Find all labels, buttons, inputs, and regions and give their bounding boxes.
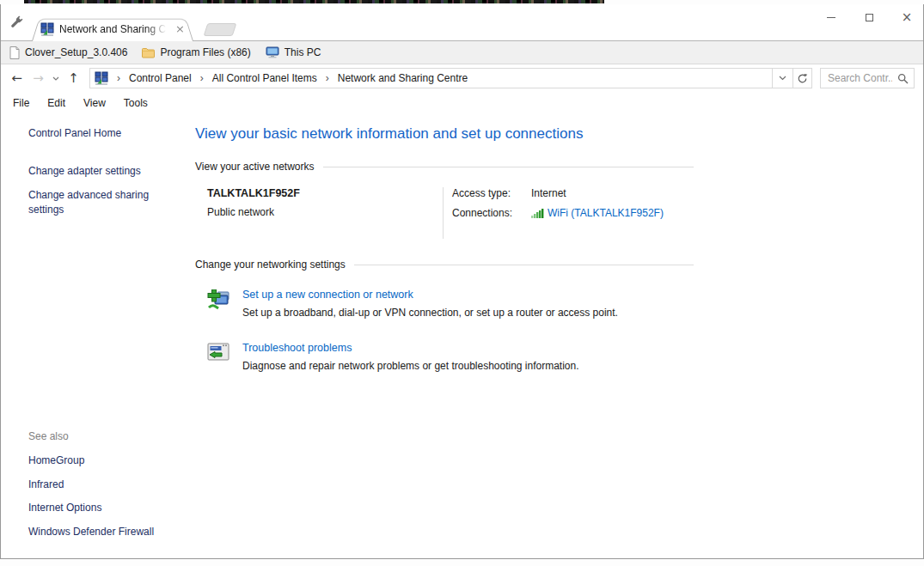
menu-file[interactable]: File [13, 97, 29, 109]
network-identity: TALKTALK1F952F Public network [207, 187, 443, 239]
connections-row: Connections: WiFi (TALKTALK1F952F) [452, 207, 664, 219]
bookmark-this-pc[interactable]: This PC [266, 46, 321, 58]
breadcrumb-separator: › [193, 72, 211, 84]
sidebar-internet-options[interactable]: Internet Options [28, 501, 157, 515]
up-button[interactable]: ↑ [63, 72, 84, 85]
section-rule [354, 265, 694, 265]
close-button[interactable]: × [901, 10, 913, 24]
sidebar-windows-defender-firewall[interactable]: Windows Defender Firewall [28, 525, 157, 539]
back-button[interactable]: ← [6, 72, 28, 85]
bookmark-label: Clover_Setup_3.0.406 [25, 46, 127, 58]
troubleshoot-link[interactable]: Troubleshoot problems [242, 342, 579, 354]
menu-tools[interactable]: Tools [124, 97, 148, 109]
breadcrumb-all-items[interactable]: All Control Panel Items [211, 72, 319, 84]
sidebar-change-adapter-settings[interactable]: Change adapter settings [28, 164, 157, 179]
active-network-row: TALKTALK1F952F Public network Access typ… [207, 187, 694, 239]
task-setup-connection: Set up a new connection or network Set u… [207, 289, 694, 319]
bookmark-label: This PC [285, 46, 321, 58]
section-rule [323, 167, 694, 167]
bookmark-program-files[interactable]: Program Files (x86) [142, 46, 250, 58]
breadcrumb-network-sharing[interactable]: Network and Sharing Centre [336, 72, 469, 84]
main-panel: View your basic network information and … [183, 113, 923, 558]
section-label: View your active networks [195, 161, 315, 173]
titlebar: Network and Sharing Centre × × [1, 4, 923, 40]
task-troubleshoot: Troubleshoot problems Diagnose and repai… [207, 342, 694, 372]
chevron-down-icon [779, 76, 786, 81]
screenshot-artifact-strip [24, 0, 604, 3]
forward-button[interactable]: → [28, 72, 49, 85]
menu-view[interactable]: View [83, 97, 106, 109]
connections-label: Connections: [452, 207, 531, 219]
access-type-row: Access type: Internet [452, 187, 664, 199]
bookmark-clover-setup[interactable]: Clover_Setup_3.0.406 [9, 46, 127, 59]
menu-edit[interactable]: Edit [47, 97, 65, 109]
tab-title: Network and Sharing Centre [59, 23, 168, 35]
setup-connection-link[interactable]: Set up a new connection or network [242, 289, 618, 301]
wifi-connection-link[interactable]: WiFi (TALKTALK1F952F) [531, 207, 664, 219]
search-box [820, 68, 915, 88]
sidebar-spacer [28, 227, 183, 431]
network-name: TALKTALK1F952F [207, 187, 443, 199]
bookmarks-bar: Clover_Setup_3.0.406 Program Files (x86)… [1, 40, 923, 64]
file-icon [9, 46, 20, 59]
explorer-window: Network and Sharing Centre × × Clover_Se… [0, 4, 924, 559]
clover-settings-wrench-icon[interactable] [9, 15, 24, 30]
active-networks-section-header: View your active networks [195, 161, 694, 173]
network-favicon-icon [40, 22, 54, 36]
network-details: Access type: Internet Connections: [443, 187, 664, 239]
address-dropdown-button[interactable] [773, 68, 792, 88]
address-bar[interactable]: › Control Panel › All Control Panel Item… [89, 68, 773, 88]
task-text: Set up a new connection or network Set u… [242, 289, 618, 319]
breadcrumb-separator: › [319, 72, 336, 84]
navigation-bar: ← → ↑ › Control Panel › All Control Pane… [1, 64, 923, 92]
active-tab-content[interactable]: Network and Sharing Centre × [37, 17, 190, 40]
window-controls: × [825, 9, 913, 26]
sidebar-control-panel-home[interactable]: Control Panel Home [28, 126, 157, 141]
new-connection-icon [207, 289, 233, 319]
troubleshoot-description: Diagnose and repair network problems or … [242, 360, 579, 372]
access-type-label: Access type: [452, 187, 531, 199]
new-tab-button[interactable] [204, 23, 237, 36]
section-label: Change your networking settings [195, 259, 346, 271]
sidebar: Control Panel Home Change adapter settin… [1, 113, 183, 558]
troubleshoot-icon [207, 342, 233, 372]
task-text: Troubleshoot problems Diagnose and repai… [242, 342, 579, 372]
page-title: View your basic network information and … [195, 125, 694, 143]
breadcrumb-control-panel[interactable]: Control Panel [127, 72, 193, 84]
sidebar-infrared[interactable]: Infrared [28, 478, 157, 492]
network-type: Public network [207, 206, 443, 218]
minimize-button[interactable] [825, 10, 837, 24]
history-dropdown-icon[interactable] [49, 76, 63, 81]
see-also-header: See also [28, 430, 183, 442]
folder-icon [142, 47, 155, 58]
search-icon[interactable] [897, 73, 909, 84]
content-area: Control Panel Home Change adapter settin… [1, 113, 923, 558]
tab-close-icon[interactable]: × [174, 23, 187, 34]
breadcrumb-separator: › [110, 72, 127, 84]
wifi-signal-icon [531, 208, 544, 218]
bookmark-label: Program Files (x86) [160, 46, 250, 58]
refresh-icon [797, 73, 808, 84]
maximize-button[interactable] [863, 10, 875, 24]
sidebar-homegroup[interactable]: HomeGroup [28, 453, 157, 468]
networking-settings-section-header: Change your networking settings [195, 259, 694, 271]
network-location-icon [95, 71, 108, 85]
monitor-icon [266, 46, 279, 58]
setup-connection-description: Set up a broadband, dial-up or VPN conne… [242, 307, 618, 319]
sidebar-change-advanced-sharing[interactable]: Change advanced sharing settings [28, 188, 157, 218]
access-type-value: Internet [531, 187, 566, 199]
search-input[interactable] [826, 71, 894, 85]
wifi-link-text[interactable]: WiFi (TALKTALK1F952F) [548, 207, 664, 219]
menu-bar: File Edit View Tools [1, 92, 923, 113]
refresh-button[interactable] [792, 68, 812, 88]
